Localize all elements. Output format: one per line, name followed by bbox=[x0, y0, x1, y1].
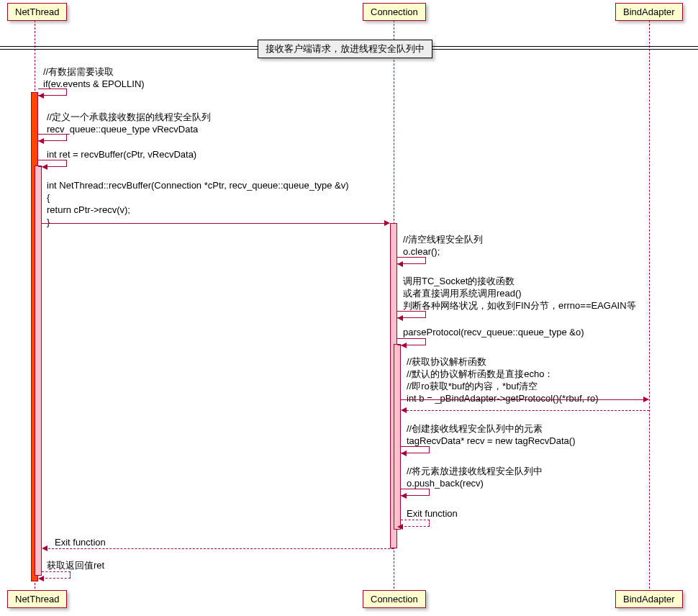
msg-line: //有数据需要读取 bbox=[43, 66, 145, 78]
arrow-8 bbox=[643, 397, 649, 402]
arrow-2 bbox=[38, 138, 44, 144]
divider-label: 接收客户端请求，放进线程安全队列中 bbox=[266, 43, 425, 54]
arrow-12 bbox=[42, 545, 47, 551]
arrow-5 bbox=[397, 261, 403, 267]
msg-line: return cPtr->recv(v); bbox=[47, 204, 349, 217]
divider-box: 接收客户端请求，放进线程安全队列中 bbox=[258, 40, 432, 58]
activation-connection-nested bbox=[394, 344, 401, 530]
participant-label: Connection bbox=[371, 594, 418, 604]
msg-getprotocol: //获取协议解析函数 //默认的协议解析函数是直接echo： //即ro获取*b… bbox=[407, 356, 599, 405]
selfcall-13 bbox=[42, 571, 71, 579]
msg-exitfn-1: Exit function bbox=[407, 508, 458, 520]
msg-parseprotocol: parseProtocol(recv_queue::queue_type &o) bbox=[403, 327, 584, 339]
arrow-9 bbox=[401, 450, 407, 456]
msg-line: int NetThread::recvBuffer(Connection *cP… bbox=[47, 180, 349, 192]
arrow-3 bbox=[42, 164, 47, 170]
arrow-line-8 bbox=[401, 399, 645, 400]
arrow-line-8r bbox=[403, 410, 649, 411]
participant-label: NetThread bbox=[15, 6, 59, 17]
arrow-line-12 bbox=[45, 548, 394, 549]
participant-label: Connection bbox=[371, 6, 418, 17]
msg-tagrecvdata: //创建接收线程安全队列中的元素 tagRecvData* recv = new… bbox=[407, 423, 575, 448]
msg-line: //默认的协议解析函数是直接echo： bbox=[407, 368, 599, 381]
participant-label: BindAdapter bbox=[623, 6, 675, 17]
arrow-8r bbox=[401, 407, 407, 413]
msg-recvbuffer-def: int NetThread::recvBuffer(Connection *cP… bbox=[47, 180, 349, 229]
participant-netthread-bot: NetThread bbox=[7, 590, 67, 608]
participant-connection-top: Connection bbox=[363, 3, 426, 21]
arrow-6 bbox=[397, 315, 403, 321]
msg-vrecvdata: //定义一个承载接收数据的线程安全队列 recv_queue::queue_ty… bbox=[47, 112, 211, 136]
msg-line: //获取协议解析函数 bbox=[407, 356, 599, 368]
msg-recvbuffer: int ret = recvBuffer(cPtr, vRecvData) bbox=[47, 149, 196, 161]
arrow-line-4 bbox=[42, 223, 389, 224]
participant-bindadapter-bot: BindAdapter bbox=[615, 590, 683, 608]
msg-ret: 获取返回值ret bbox=[47, 560, 104, 572]
msg-line: Exit function bbox=[407, 508, 458, 519]
msg-line: //定义一个承载接收数据的线程安全队列 bbox=[47, 112, 211, 124]
msg-exitfn-2: Exit function bbox=[55, 537, 106, 549]
arrow-1 bbox=[38, 93, 44, 99]
msg-line: 判断各种网络状况，如收到FIN分节，errno==EAGAIN等 bbox=[403, 300, 636, 312]
arrow-13 bbox=[38, 576, 44, 581]
msg-line: 或者直接调用系统调用read() bbox=[403, 288, 636, 300]
msg-line: { bbox=[47, 192, 349, 204]
participant-label: NetThread bbox=[15, 594, 59, 604]
participant-label: BindAdapter bbox=[623, 594, 675, 604]
msg-tcsocket: 调用TC_Socket的接收函数 或者直接调用系统调用read() 判断各种网络… bbox=[403, 276, 636, 312]
msg-line: parseProtocol(recv_queue::queue_type &o) bbox=[403, 327, 584, 339]
arrow-10 bbox=[401, 493, 407, 499]
msg-epollin: //有数据需要读取 if(ev.events & EPOLLIN) bbox=[43, 66, 145, 91]
msg-line: recv_queue::queue_type vRecvData bbox=[47, 124, 211, 136]
msg-line: //清空线程安全队列 bbox=[403, 234, 483, 246]
activation-netthread-nested bbox=[35, 166, 42, 576]
msg-line: 获取返回值ret bbox=[47, 560, 104, 571]
msg-line: int ret = recvBuffer(cPtr, vRecvData) bbox=[47, 149, 196, 161]
msg-line: Exit function bbox=[55, 537, 106, 548]
msg-pushback: //将元素放进接收线程安全队列中 o.push_back(recv) bbox=[407, 466, 543, 490]
msg-line: //即ro获取*buf的内容，*buf清空 bbox=[407, 381, 599, 393]
participant-netthread-top: NetThread bbox=[7, 3, 67, 21]
arrow-7 bbox=[401, 343, 407, 348]
selfcall-11 bbox=[401, 520, 430, 527]
lifeline-bindadapter bbox=[649, 20, 650, 589]
arrow-11 bbox=[397, 524, 403, 530]
msg-line: //创建接收线程安全队列中的元素 bbox=[407, 423, 575, 435]
arrow-4 bbox=[384, 220, 390, 226]
msg-line: tagRecvData* recv = new tagRecvData() bbox=[407, 435, 575, 448]
msg-line: //将元素放进接收线程安全队列中 bbox=[407, 466, 543, 478]
msg-clear: //清空线程安全队列 o.clear(); bbox=[403, 234, 483, 258]
msg-line: 调用TC_Socket的接收函数 bbox=[403, 276, 636, 288]
participant-connection-bot: Connection bbox=[363, 590, 426, 608]
participant-bindadapter-top: BindAdapter bbox=[615, 3, 683, 21]
